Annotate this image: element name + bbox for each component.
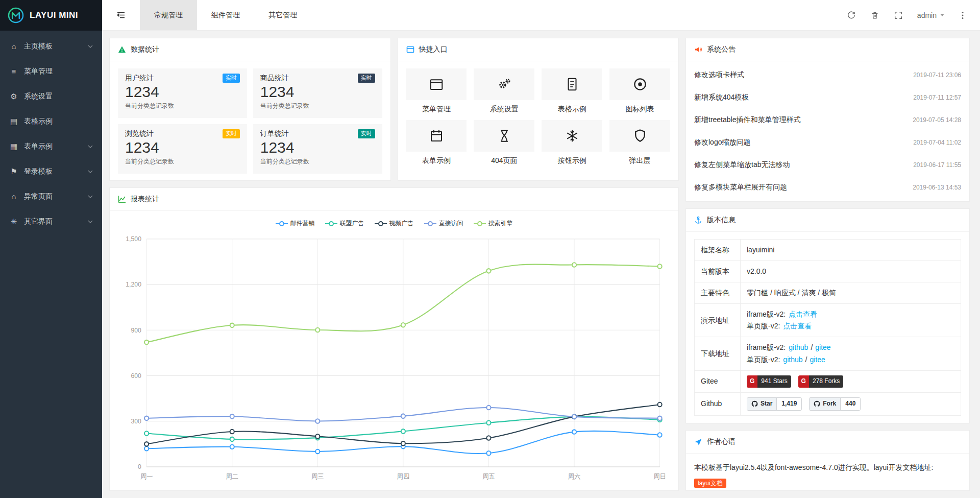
asterisk-icon: ✳	[9, 217, 18, 226]
row-value: v2.0.0	[741, 261, 961, 282]
sidebar-item-home-template[interactable]: ⌂ 主页模板	[0, 34, 102, 59]
paper-plane-icon	[694, 438, 702, 446]
demo-link-iframe[interactable]: 点击查看	[789, 310, 817, 318]
sidebar-item-other-pages[interactable]: ✳ 其它界面	[0, 209, 102, 234]
line-chart-icon	[118, 195, 126, 203]
svg-text:1,500: 1,500	[126, 235, 141, 243]
legend-marker-icon	[474, 221, 486, 227]
row-label: Github	[695, 392, 741, 415]
row-label: 主要特色	[695, 282, 741, 304]
svg-text:周五: 周五	[482, 473, 495, 480]
quick-link-table-example[interactable]: 表格示例	[542, 68, 602, 114]
logo-icon	[7, 7, 24, 24]
stat-card-desc: 当前分类总记录数	[260, 157, 375, 166]
chevron-down-icon	[88, 220, 93, 223]
sidebar-item-login-template[interactable]: ⚑ 登录模板	[0, 159, 102, 184]
svg-text:周日: 周日	[653, 473, 666, 480]
notice-item[interactable]: 修改选项卡样式2019-07-11 23:06	[694, 64, 961, 86]
tab-label: 组件管理	[211, 11, 240, 20]
refresh-icon[interactable]	[847, 11, 856, 20]
row-value: Star1,419 Fork440	[741, 392, 961, 415]
notice-item[interactable]: 修改logo缩放问题2019-07-04 11:02	[694, 131, 961, 154]
warning-triangle-icon	[118, 45, 126, 54]
demo-link-spa[interactable]: 点击查看	[783, 322, 812, 330]
quick-link-menu-management[interactable]: 菜单管理	[406, 68, 467, 114]
window-icon	[429, 77, 444, 92]
layui-docs-badge[interactable]: layui文档	[694, 479, 726, 488]
user-name: admin	[917, 11, 937, 19]
clear-cache-icon[interactable]	[870, 11, 879, 20]
fullscreen-icon[interactable]	[894, 11, 903, 20]
svg-text:600: 600	[131, 372, 141, 380]
notice-date: 2019-06-13 14:53	[913, 184, 961, 191]
quick-link-button-example[interactable]: 按钮示例	[542, 120, 602, 165]
stat-card-value: 1234	[125, 138, 240, 157]
quick-link-404-page[interactable]: 404页面	[474, 120, 534, 165]
legend-item[interactable]: 搜索引擎	[474, 219, 513, 228]
legend-item[interactable]: 邮件营销	[276, 219, 315, 228]
notice-item[interactable]: 修复左侧菜单缩放tab无法移动2019-06-17 11:55	[694, 154, 961, 176]
gitee-forks-badge[interactable]: G278 Forks	[798, 375, 844, 388]
svg-text:0: 0	[138, 463, 141, 470]
legend-marker-icon	[424, 221, 436, 227]
quick-link-system-settings[interactable]: 系统设置	[474, 68, 534, 114]
notice-item[interactable]: 新增系统404模板2019-07-11 12:57	[694, 86, 961, 109]
chart-legend: 邮件营销 联盟广告 视频广告 直接访问 搜索引擎	[118, 213, 670, 231]
stat-card-desc: 当前分类总记录数	[260, 102, 375, 110]
notice-date: 2019-07-11 12:57	[913, 94, 961, 101]
github-star-badge[interactable]: Star1,419	[747, 397, 802, 411]
github-icon	[751, 400, 758, 407]
row-label: Gitee	[695, 370, 741, 392]
table-row: 下载地址 iframe版-v2:github/gitee 单页版-v2:gith…	[695, 337, 961, 370]
legend-item[interactable]: 直接访问	[424, 219, 463, 228]
user-menu[interactable]: admin	[917, 11, 944, 19]
stat-card-value: 1234	[260, 138, 375, 157]
stat-card-title: 订单统计	[260, 129, 289, 138]
github-fork-badge[interactable]: Fork440	[809, 397, 861, 411]
collapse-sidebar-button[interactable]	[102, 0, 140, 30]
download-link-github[interactable]: github	[789, 343, 808, 351]
tab-other-management[interactable]: 其它管理	[254, 0, 311, 30]
tab-label: 常规管理	[154, 11, 183, 20]
sidebar-item-form-example[interactable]: ▦ 表单示例	[0, 134, 102, 159]
status-badge: 实时	[358, 129, 375, 138]
content-left-column: 数据统计 用户统计 实时 1234 当前分类总记录数	[109, 38, 679, 491]
download-link-github[interactable]: github	[783, 355, 802, 364]
quick-link-form-example[interactable]: 表单示例	[406, 120, 467, 165]
notice-item[interactable]: 新增treetable插件和菜单管理样式2019-07-05 14:28	[694, 109, 961, 131]
tab-component-management[interactable]: 组件管理	[197, 0, 254, 30]
dot-circle-icon	[632, 77, 648, 92]
menu-icon: ≡	[9, 67, 18, 76]
download-link-gitee[interactable]: gitee	[815, 343, 830, 351]
legend-item[interactable]: 视频广告	[375, 219, 414, 228]
legend-item[interactable]: 联盟广告	[325, 219, 364, 228]
logo[interactable]: LAYUI MINI	[0, 0, 102, 31]
sidebar-item-menu-management[interactable]: ≡ 菜单管理	[0, 59, 102, 84]
more-options-icon[interactable]	[959, 11, 967, 20]
sidebar-item-table-example[interactable]: ▤ 表格示例	[0, 109, 102, 134]
quick-link-popup-layer[interactable]: 弹出层	[609, 120, 670, 165]
shield-icon	[632, 128, 648, 144]
topbar-actions: admin	[847, 11, 980, 20]
quick-entry-panel: 快捷入口 菜单管理 系统设置	[398, 38, 679, 181]
report-line-chart: 周一周二周三周四周五周六周日03006009001,2001,500	[118, 231, 670, 485]
tab-general-management[interactable]: 常规管理	[140, 0, 197, 30]
github-icon	[814, 400, 820, 407]
panel-title: 作者心语	[707, 437, 736, 446]
gitee-icon: G	[747, 375, 757, 388]
sidebar-item-error-pages[interactable]: ⌂ 异常页面	[0, 184, 102, 209]
notice-item[interactable]: 修复多模块菜单栏展开有问题2019-06-13 14:53	[694, 176, 961, 199]
window-icon	[406, 45, 414, 54]
row-label: 框架名称	[695, 240, 741, 261]
tab-bar: 常规管理 组件管理 其它管理	[140, 0, 311, 30]
sidebar-item-system-settings[interactable]: ⚙ 系统设置	[0, 84, 102, 109]
panel-title: 数据统计	[131, 45, 159, 54]
tab-label: 其它管理	[268, 11, 297, 20]
notice-date: 2019-06-17 11:55	[913, 161, 961, 169]
download-link-gitee[interactable]: gitee	[810, 355, 825, 364]
panel-title: 报表统计	[131, 195, 159, 204]
gitee-stars-badge[interactable]: G941 Stars	[747, 375, 791, 388]
quick-link-icon-list[interactable]: 图标列表	[609, 68, 670, 114]
stat-card-title: 商品统计	[260, 74, 289, 83]
row-value: iframe版-v2:github/gitee 单页版-v2:github/gi…	[741, 337, 961, 370]
